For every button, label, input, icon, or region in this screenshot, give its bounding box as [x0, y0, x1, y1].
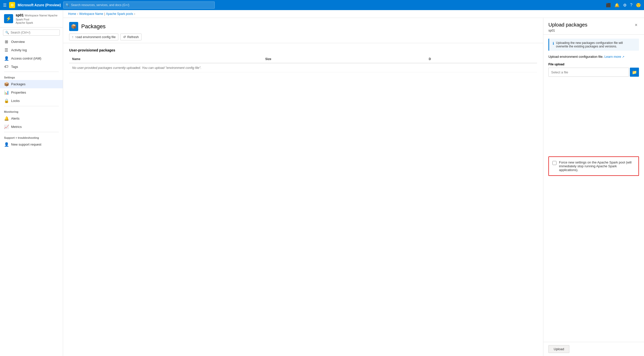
sidebar-item-activity-log[interactable]: ☰ Activity log — [0, 46, 63, 54]
app-title: Microsoft Azure (Preview) — [18, 3, 61, 7]
external-link-icon: ↗ — [622, 55, 624, 58]
settings-icon[interactable]: ⚙ — [623, 3, 627, 8]
file-input[interactable] — [548, 68, 629, 77]
col-size: Size — [262, 55, 426, 63]
upload-env-text: Upload environment configuration file. — [548, 55, 603, 59]
overview-icon: ⊞ — [4, 39, 9, 44]
breadcrumb-sep2: | — [104, 12, 105, 16]
sidebar-item-label: Metrics — [11, 125, 22, 129]
sidebar-search-box[interactable]: 🔍 — [3, 30, 60, 36]
sidebar-item-properties[interactable]: 📊 Properties — [0, 88, 63, 97]
upload-env-config-button[interactable]: ↑ ↑oad environment config file — [69, 34, 118, 40]
portal-icon[interactable]: ⬛ — [606, 3, 611, 8]
refresh-icon: ↺ — [123, 35, 126, 39]
page-header: 📦 Packages — [63, 18, 543, 31]
sidebar-item-overview[interactable]: ⊞ Overview — [0, 38, 63, 46]
empty-message: No user-provided packages currently uplo… — [69, 63, 537, 72]
file-upload-label: File upload — [548, 63, 639, 66]
sidebar-item-packages[interactable]: 📦 Packages — [0, 80, 63, 88]
page-header-icon: 📦 — [69, 22, 78, 31]
support-icon: 👤 — [4, 142, 9, 147]
content-wrapper: Home › Workspace Name | Apache Spark poo… — [63, 10, 644, 356]
hamburger-menu[interactable]: ☰ — [3, 3, 7, 8]
feedback-icon[interactable]: 🙂 — [636, 3, 641, 8]
sidebar-item-access-control[interactable]: 👤 Access control (IAM) — [0, 54, 63, 63]
resource-header: ⚡ sp01 Workspace Name/ Apache Spark Pool… — [0, 10, 63, 28]
breadcrumb: Home › Workspace Name | Apache Spark poo… — [63, 10, 644, 18]
sidebar-item-locks[interactable]: 🔒 Locks — [0, 97, 63, 105]
panel-body: ℹ Uploading the new packages configurati… — [543, 35, 644, 342]
sidebar-item-alerts[interactable]: 🔔 Alerts — [0, 114, 63, 123]
panel-subtitle: sp01 — [548, 29, 587, 32]
learn-more-link[interactable]: Learn more ↗ — [604, 55, 624, 59]
force-settings-checkbox[interactable] — [552, 161, 556, 165]
info-box: ℹ Uploading the new packages configurati… — [548, 39, 639, 51]
section-title: User-provisioned packages — [69, 48, 537, 52]
panel-header: Upload packages sp01 × — [543, 18, 644, 35]
breadcrumb-home[interactable]: Home — [68, 12, 76, 16]
search-icon: 🔍 — [66, 3, 69, 7]
sidebar-item-label: Locks — [11, 99, 20, 103]
breadcrumb-sep1: › — [77, 12, 78, 16]
support-section-label: Support + troubleshooting — [0, 133, 63, 140]
upload-env-label: ↑oad environment config file — [75, 35, 116, 39]
sidebar-item-new-support[interactable]: 👤 New support request — [0, 140, 63, 149]
sidebar-item-label: Activity log — [11, 48, 27, 52]
locks-icon: 🔒 — [4, 98, 9, 103]
col-d: D — [426, 55, 537, 63]
sidebar-search-input[interactable] — [11, 31, 58, 34]
metrics-icon: 📈 — [4, 124, 9, 129]
sidebar-item-label: New support request — [11, 143, 41, 146]
breadcrumb-workspace[interactable]: Workspace Name — [79, 12, 103, 16]
activity-log-icon: ☰ — [4, 48, 9, 52]
sidebar-item-label: Access control (IAM) — [11, 57, 41, 60]
top-nav-icons: ⬛ 🔔 ⚙ ? 🙂 — [606, 3, 641, 8]
file-browse-button[interactable]: 📁 — [630, 68, 639, 77]
alerts-icon: 🔔 — [4, 116, 9, 121]
main-content: 📦 Packages ↑ ↑oad environment config fil… — [63, 18, 543, 356]
col-name: Name — [69, 55, 262, 63]
page-title: Packages — [81, 23, 106, 30]
monitoring-section-label: Monitoring — [0, 107, 63, 114]
search-placeholder: Search resources, services, and docs (G+… — [71, 3, 129, 7]
sidebar-item-label: Packages — [11, 82, 25, 86]
upload-button[interactable]: Upload — [548, 345, 569, 353]
resource-icon: ⚡ — [4, 14, 13, 23]
right-panel: Upload packages sp01 × ℹ Uploading the n… — [543, 18, 644, 356]
table-empty-row: No user-provided packages currently uplo… — [69, 63, 537, 72]
global-search[interactable]: 🔍 Search resources, services, and docs (… — [63, 2, 215, 9]
panel-close-button[interactable]: × — [633, 22, 639, 28]
packages-table: Name Size D No user-provided packages cu… — [69, 55, 537, 72]
sidebar: ⚡ sp01 Workspace Name/ Apache Spark Pool… — [0, 10, 63, 356]
help-icon[interactable]: ? — [630, 3, 632, 7]
sidebar-search-icon: 🔍 — [5, 31, 9, 34]
file-upload-row: 📁 — [548, 68, 639, 77]
notifications-icon[interactable]: 🔔 — [614, 3, 620, 8]
resource-name: sp01 Workspace Name/ Apache Spark Pool — [16, 13, 59, 21]
sidebar-item-tags[interactable]: 🏷 Tags — [0, 63, 63, 71]
sidebar-item-label: Tags — [11, 65, 18, 69]
refresh-label: Refresh — [127, 35, 139, 39]
tags-icon: 🏷 — [4, 64, 9, 69]
force-settings-text: Force new settings on the Apache Spark p… — [559, 160, 635, 172]
upload-env-line: Upload environment configuration file. L… — [548, 55, 639, 59]
breadcrumb-spark-pools[interactable]: Apache Spark pools — [106, 12, 133, 16]
info-icon: ℹ — [553, 41, 554, 48]
properties-icon: 📊 — [4, 90, 9, 95]
folder-icon: 📁 — [632, 70, 637, 75]
access-control-icon: 👤 — [4, 56, 9, 61]
sidebar-item-metrics[interactable]: 📈 Metrics — [0, 123, 63, 131]
force-settings-box: Force new settings on the Apache Spark p… — [548, 156, 639, 176]
info-message: Uploading the new packages configuration… — [556, 41, 635, 48]
upload-icon: ↑ — [72, 35, 74, 39]
sidebar-item-label: Alerts — [11, 117, 19, 120]
panel-title: Upload packages — [548, 22, 587, 28]
resource-subtitle: Apache Spark — [16, 21, 59, 24]
refresh-button[interactable]: ↺ Refresh — [120, 34, 142, 40]
packages-section: User-provisioned packages Name Size D No — [63, 43, 543, 77]
packages-icon: 📦 — [4, 82, 9, 87]
toolbar: ↑ ↑oad environment config file ↺ Refresh — [63, 31, 543, 43]
nav-items: ⊞ Overview ☰ Activity log 👤 Access contr… — [0, 38, 63, 71]
top-navigation: ☰ ⚙ Microsoft Azure (Preview) 🔍 Search r… — [0, 0, 644, 10]
app-icon: ⚙ — [9, 2, 15, 8]
